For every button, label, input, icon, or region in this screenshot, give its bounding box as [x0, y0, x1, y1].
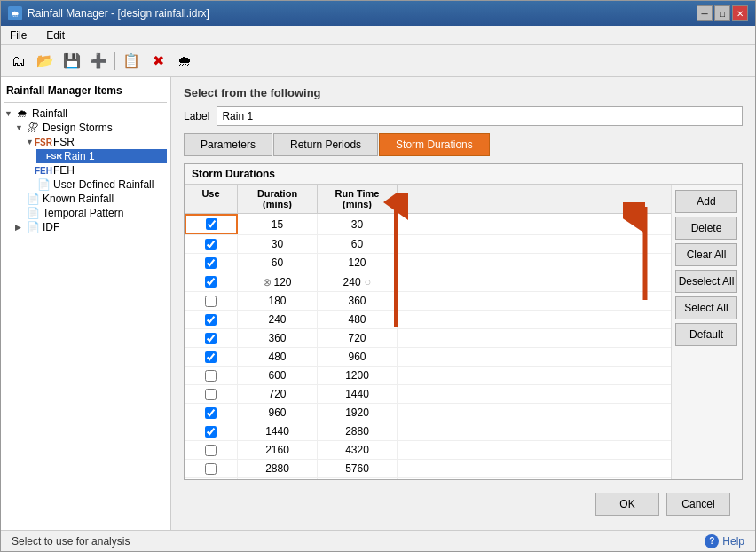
use-checkbox[interactable] [205, 276, 217, 288]
add-row-button[interactable]: Add [675, 190, 737, 213]
sidebar-item-known-rainfall[interactable]: 📄 Known Rainfall [15, 192, 167, 206]
clear-all-button[interactable]: Clear All [675, 243, 737, 266]
rain-manager-button[interactable]: 🌧 [172, 50, 197, 73]
label-input[interactable] [217, 106, 743, 126]
default-button[interactable]: Default [675, 323, 737, 346]
use-checkbox[interactable] [205, 239, 217, 250]
menu-edit[interactable]: Edit [41, 28, 70, 43]
use-checkbox[interactable] [205, 407, 217, 419]
use-checkbox[interactable] [205, 314, 217, 326]
tab-storm-durations[interactable]: Storm Durations [379, 133, 490, 156]
title-buttons: ─ □ ✕ [697, 5, 748, 21]
new-button[interactable]: 🗂 [6, 50, 31, 73]
deselect-all-button[interactable]: Deselect All [675, 270, 737, 293]
tab-return-periods[interactable]: Return Periods [273, 133, 378, 156]
cell-use [185, 311, 238, 328]
col-runtime: Run Time(mins) [318, 185, 398, 213]
expand-icon-2: ▼ [15, 123, 26, 132]
use-checkbox[interactable] [205, 389, 217, 400]
use-checkbox[interactable] [205, 257, 217, 269]
sidebar-label-rainfall: Rainfall [32, 107, 67, 120]
table-row: 1530 [185, 214, 671, 235]
sidebar-label-feh: FEH [53, 164, 75, 177]
cell-runtime: 30 [318, 214, 398, 234]
label-row: Label [184, 106, 743, 126]
delete-row-icon[interactable]: ⊗ [263, 276, 272, 288]
sidebar-label-temporal-pattern: Temporal Pattern [43, 207, 123, 219]
help-link[interactable]: ? Help [705, 534, 744, 548]
cell-duration: 720 [238, 385, 318, 403]
table-row: 180360 [185, 292, 671, 311]
expand-icon: ▼ [4, 109, 15, 118]
sidebar-item-idf[interactable]: ▶ 📄 IDF [15, 220, 167, 234]
table-header: Use Duration(mins) Run Time(mins) [185, 185, 671, 214]
cell-duration: 60 [238, 254, 318, 272]
sidebar-item-rain1[interactable]: FSR Rain 1 [36, 149, 167, 163]
cell-use [185, 214, 238, 234]
sidebar-label-rain1: Rain 1 [64, 150, 95, 162]
copy-button[interactable]: 📋 [119, 50, 144, 73]
cell-duration: 360 [238, 329, 318, 347]
add-item-button[interactable]: ➕ [86, 50, 111, 73]
cell-duration: 2880 [238, 460, 318, 477]
cell-runtime: 360 [318, 292, 398, 310]
idf-icon: 📄 [26, 221, 40, 233]
use-checkbox[interactable] [205, 445, 217, 456]
user-defined-icon: 📄 [36, 178, 51, 191]
use-checkbox[interactable] [205, 463, 217, 475]
rain1-icon: FSR [47, 150, 61, 162]
sidebar-item-rainfall[interactable]: ▼ 🌧 Rainfall [4, 106, 167, 121]
open-button[interactable]: 📂 [33, 50, 58, 73]
side-buttons: Add Delete Clear All Deselect All Select… [671, 185, 742, 479]
cell-runtime: 60 [318, 235, 398, 253]
sidebar-item-fsr[interactable]: ▼ FSR FSR [26, 135, 167, 149]
tab-parameters[interactable]: Parameters [184, 133, 272, 156]
delete-row-button[interactable]: Delete [675, 217, 737, 240]
status-bar: Select to use for analysis ? Help [1, 530, 755, 551]
maximize-button[interactable]: □ [714, 5, 730, 21]
sidebar-item-temporal-pattern[interactable]: 📄 Temporal Pattern [15, 206, 167, 220]
table-row: 360720 [185, 329, 671, 348]
ok-cancel-area: OK Cancel [184, 487, 743, 521]
close-button[interactable]: ✕ [732, 5, 748, 21]
delete-item-button[interactable]: ✖ [146, 50, 170, 73]
table-scroll[interactable]: 1530306060120⊗120240○1803602404803607204… [185, 214, 671, 479]
cell-duration: 1440 [238, 422, 318, 440]
known-rainfall-icon: 📄 [26, 193, 40, 205]
window-title: Rainfall Manager - [design rainfall.idrx… [28, 7, 209, 20]
use-checkbox[interactable] [205, 370, 217, 382]
save-button[interactable]: 💾 [59, 50, 84, 73]
use-checkbox[interactable] [205, 333, 217, 344]
sidebar-label-known-rainfall: Known Rainfall [43, 193, 114, 205]
ok-button[interactable]: OK [595, 493, 659, 516]
use-checkbox[interactable] [206, 218, 217, 230]
table-row: 14402880 [185, 422, 671, 441]
use-checkbox[interactable] [205, 296, 217, 307]
cell-use [185, 292, 238, 310]
menu-file[interactable]: File [4, 28, 32, 43]
table-row: 28805760 [185, 460, 671, 478]
panel-title: Select from the following [184, 86, 743, 99]
cell-duration: ⊗120 [238, 272, 318, 291]
minimize-button[interactable]: ─ [697, 5, 713, 21]
table-area: Use Duration(mins) Run Time(mins) 153030… [185, 185, 671, 479]
table-row: 7201440 [185, 385, 671, 404]
table-row: 480960 [185, 348, 671, 367]
table-row: ⊗120240○ [185, 272, 671, 292]
sidebar-item-design-storms[interactable]: ▼ ⛈ Design Storms [15, 121, 167, 135]
use-checkbox[interactable] [205, 426, 217, 438]
cell-use [185, 367, 238, 384]
feh-icon: FEH [36, 164, 51, 177]
select-all-button[interactable]: Select All [675, 296, 737, 319]
cell-runtime: 120 [318, 254, 398, 272]
use-checkbox[interactable] [205, 351, 217, 363]
sidebar-item-user-defined[interactable]: 📄 User Defined Rainfall [26, 177, 167, 192]
cell-runtime: 1920 [318, 404, 398, 422]
cancel-button[interactable]: Cancel [666, 493, 730, 516]
sidebar-title: Rainfall Manager Items [4, 81, 167, 103]
rainfall-icon: 🌧 [15, 107, 29, 120]
cell-use [185, 329, 238, 347]
sidebar-item-feh[interactable]: FEH FEH [26, 163, 167, 177]
right-panel: Select from the following Label Paramete… [171, 77, 755, 530]
cell-use [185, 460, 238, 477]
